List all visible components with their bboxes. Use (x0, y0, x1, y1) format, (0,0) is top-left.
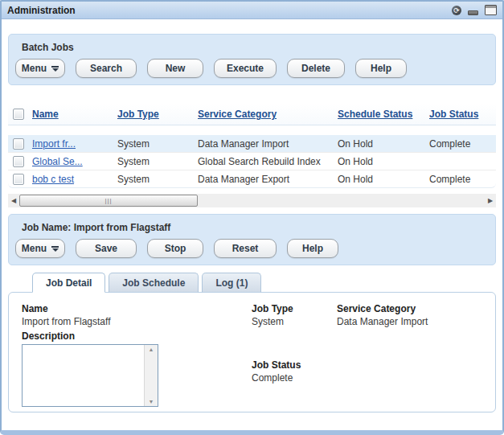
jobs-table: Name Job Type Service Category Schedule … (8, 104, 496, 188)
description-label: Description (22, 330, 252, 343)
table-filter-spacer (8, 125, 496, 135)
cell-schedule-status: On Hold (338, 174, 429, 185)
detail-column-left: Name Import from Flagstaff Description ▲… (22, 302, 252, 402)
table-row[interactable]: Import fr... System Data Manager Import … (8, 135, 496, 152)
titlebar: Administration ⟳ (2, 2, 502, 19)
titlebar-icons: ⟳ (452, 5, 497, 15)
job-panel-title: Job Name: Import from Flagstaff (22, 222, 489, 233)
help-button[interactable]: Help (355, 59, 407, 78)
help-button[interactable]: Help (287, 239, 338, 258)
job-name-link[interactable]: Import fr... (32, 138, 76, 150)
refresh-icon[interactable]: ⟳ (452, 6, 461, 15)
search-button[interactable]: Search (76, 59, 137, 78)
cell-service-category: Data Manager Export (198, 174, 338, 185)
maximize-icon[interactable] (485, 5, 497, 15)
detail-column-right: Service Category Data Manager Import (337, 302, 482, 402)
tab-bar: Job Detail Job Schedule Log (1) (32, 273, 496, 293)
delete-button[interactable]: Delete (287, 59, 345, 78)
column-header-job-type[interactable]: Job Type (117, 109, 198, 120)
job-toolbar: Menu Save Stop Reset Help (15, 239, 489, 258)
row-checkbox[interactable] (13, 174, 24, 185)
service-category-label: Service Category (337, 302, 482, 315)
name-label: Name (22, 302, 252, 315)
menu-button-label: Menu (22, 243, 47, 254)
table-header-row: Name Job Type Service Category Schedule … (8, 104, 496, 125)
job-name-link[interactable]: Global Se... (32, 156, 83, 167)
stop-button[interactable]: Stop (147, 239, 203, 258)
cell-job-status: Complete (429, 138, 496, 150)
execute-button[interactable]: Execute (214, 59, 277, 78)
administration-window: Administration ⟳ Batch Jobs Menu Search … (0, 0, 504, 435)
job-status-label: Job Status (252, 359, 337, 371)
scrollbar-thumb[interactable]: ||| (19, 195, 198, 207)
name-value: Import from Flagstaff (22, 315, 252, 328)
textarea-scrollbar[interactable]: ▲ ▼ (144, 345, 158, 406)
cell-service-category: Global Search Rebuild Index (198, 156, 338, 167)
column-header-job-status[interactable]: Job Status (429, 109, 496, 120)
job-type-value: System (252, 315, 337, 328)
cell-job-type: System (117, 138, 198, 150)
horizontal-scrollbar[interactable]: ◀ ||| ▶ (8, 194, 496, 207)
window-title: Administration (7, 5, 76, 16)
select-all-checkbox[interactable] (13, 109, 24, 120)
job-panel: Job Name: Import from Flagstaff Menu Sav… (8, 214, 496, 265)
job-name-link[interactable]: bob c test (32, 174, 74, 185)
menu-button[interactable]: Menu (15, 59, 65, 78)
scroll-left-icon[interactable]: ◀ (8, 194, 19, 207)
description-box: ▲ ▼ (22, 344, 158, 407)
table-row[interactable]: Global Se... System Global Search Rebuil… (8, 152, 496, 170)
description-field[interactable] (23, 345, 144, 406)
tab-job-detail[interactable]: Job Detail (32, 273, 105, 293)
save-button[interactable]: Save (76, 239, 137, 258)
cell-job-type: System (117, 174, 198, 185)
cell-schedule-status: On Hold (338, 138, 429, 150)
cell-job-type: System (117, 156, 198, 167)
job-status-value: Complete (252, 371, 337, 384)
new-button[interactable]: New (147, 59, 203, 78)
batch-jobs-title: Batch Jobs (22, 42, 489, 53)
detail-column-middle: Job Type System Job Status Complete (252, 302, 337, 402)
column-header-schedule-status[interactable]: Schedule Status (338, 109, 429, 120)
row-checkbox[interactable] (13, 156, 24, 167)
scroll-right-icon[interactable]: ▶ (485, 194, 496, 207)
scroll-down-icon[interactable]: ▼ (149, 399, 154, 404)
menu-dropdown-icon (51, 66, 59, 72)
batch-jobs-panel: Batch Jobs Menu Search New Execute Delet… (8, 34, 496, 85)
reset-button[interactable]: Reset (214, 239, 277, 258)
cell-service-category: Data Manager Import (198, 138, 338, 150)
cell-schedule-status: On Hold (338, 156, 429, 167)
tab-job-schedule[interactable]: Job Schedule (109, 273, 199, 293)
cell-job-status: Complete (429, 174, 496, 185)
tab-log[interactable]: Log (1) (202, 273, 261, 293)
column-header-name[interactable]: Name (32, 109, 117, 120)
menu-button-label: Menu (22, 63, 47, 74)
minimize-icon[interactable] (468, 10, 478, 15)
menu-button[interactable]: Menu (15, 239, 65, 258)
row-checkbox[interactable] (13, 138, 24, 150)
table-row[interactable]: bob c test System Data Manager Export On… (8, 170, 496, 187)
scroll-up-icon[interactable]: ▲ (149, 347, 154, 352)
batch-jobs-toolbar: Menu Search New Execute Delete Help (15, 59, 489, 78)
menu-dropdown-icon (51, 246, 59, 252)
column-header-service-category[interactable]: Service Category (198, 109, 338, 120)
job-type-label: Job Type (252, 302, 337, 315)
service-category-value: Data Manager Import (337, 315, 482, 328)
job-detail-panel: Name Import from Flagstaff Description ▲… (8, 292, 496, 412)
